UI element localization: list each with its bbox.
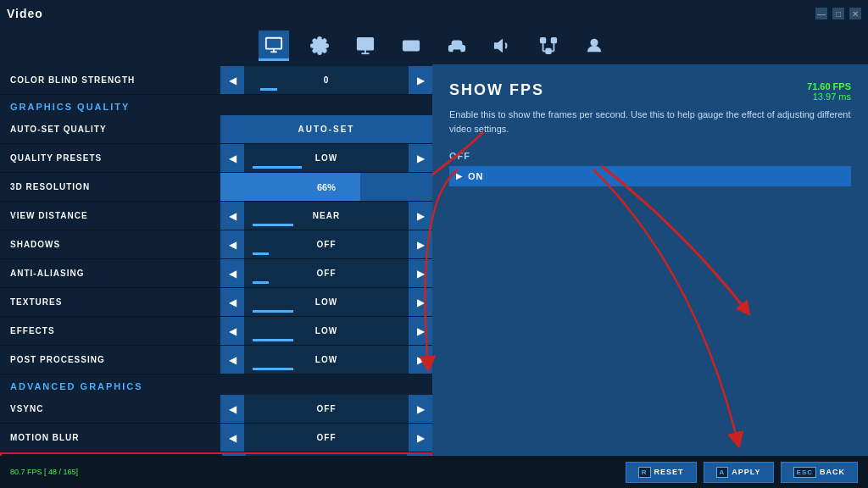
fps-ms: 13.97 ms [807, 92, 851, 102]
option-arrow-icon: ▶ [456, 172, 463, 180]
setting-label-quality: QUALITY PRESETS [0, 153, 220, 163]
setting-control-viewdist: ◀ NEAR ▶ [220, 202, 432, 230]
option-on[interactable]: ▶ ON [449, 166, 851, 186]
setting-control-effects: ◀ LOW ▶ [220, 317, 432, 345]
setting-label-autoset: AUTO-SET QUALITY [0, 125, 220, 134]
setting-label-aa: ANTI-ALIASING [0, 269, 220, 278]
setting-label-viewdist: VIEW DISTANCE [0, 211, 220, 220]
setting-label-colorblind: COLOR BLIND STRENGTH [0, 75, 220, 85]
arrow-right-colorblind[interactable]: ▶ [409, 66, 432, 94]
arrow-left-effects[interactable]: ◀ [220, 317, 244, 345]
arrow-right-shadows[interactable]: ▶ [409, 230, 432, 258]
svg-point-17 [458, 45, 459, 47]
value-effects: LOW [244, 317, 409, 345]
setting-row-quality: QUALITY PRESETS ◀ LOW ▶ [0, 144, 432, 173]
setting-label-postprocess: POST PROCESSING [0, 355, 220, 364]
nav-account[interactable] [579, 30, 609, 61]
arrow-right-quality[interactable]: ▶ [409, 144, 432, 172]
right-panel: 71.60 FPS 13.97 ms SHOW FPS Enable this … [432, 64, 868, 456]
setting-row-viewdist: VIEW DISTANCE ◀ NEAR ▶ [0, 202, 432, 230]
nav-keyboard[interactable] [396, 30, 426, 61]
setting-label-vsync: VSYNC [0, 404, 220, 413]
value-motionblur: OFF [244, 424, 409, 452]
setting-control-aa: ◀ OFF ▶ [220, 259, 432, 287]
setting-control-quality: ◀ LOW ▶ [220, 144, 432, 172]
arrow-right-effects[interactable]: ▶ [409, 317, 432, 345]
apply-button[interactable]: A APPLY [704, 462, 774, 483]
setting-row-motionblur: MOTION BLUR ◀ OFF ▶ [0, 424, 432, 452]
svg-marker-18 [495, 41, 502, 52]
option-off[interactable]: OFF [449, 149, 851, 163]
setting-row-textures: TEXTURES ◀ LOW ▶ [0, 288, 432, 317]
reset-button[interactable]: R RESET [626, 462, 697, 483]
arrow-left-aa[interactable]: ◀ [220, 259, 244, 287]
setting-row-effects: EFFECTS ◀ LOW ▶ [0, 317, 432, 346]
arrow-left-viewdist[interactable]: ◀ [220, 202, 244, 230]
setting-control-postprocess: ◀ LOW ▶ [220, 346, 432, 374]
back-button[interactable]: ESC BACK [781, 462, 858, 483]
fps-counter: 71.60 FPS 13.97 ms [807, 81, 851, 102]
setting-label-effects: EFFECTS [0, 326, 220, 336]
arrow-left-quality[interactable]: ◀ [220, 144, 244, 172]
reset-label: RESET [654, 468, 684, 476]
apply-key: A [716, 467, 729, 478]
reset-key: R [638, 467, 651, 478]
setting-row-shadows: SHADOWS ◀ OFF ▶ [0, 230, 432, 259]
setting-control-motionblur: ◀ OFF ▶ [220, 424, 432, 452]
arrow-right-vsync[interactable]: ▶ [409, 395, 432, 423]
value-vsync: OFF [244, 395, 409, 423]
arrow-right-textures[interactable]: ▶ [409, 288, 432, 316]
setting-control-autoset: AUTO-SET [220, 115, 432, 143]
arrow-left-motionblur[interactable]: ◀ [220, 424, 244, 452]
setting-row-vsync: VSYNC ◀ OFF ▶ [0, 395, 432, 424]
nav-gear[interactable] [304, 30, 335, 61]
setting-row-postprocess: POST PROCESSING ◀ LOW ▶ [0, 346, 432, 374]
maximize-button[interactable]: □ [832, 8, 844, 19]
arrow-right-aa[interactable]: ▶ [409, 259, 432, 287]
setting-control-shadows: ◀ OFF ▶ [220, 230, 432, 258]
svg-rect-4 [358, 38, 373, 50]
bottom-bar: 80.7 FPS [ 48 / 165] R RESET A APPLY ESC… [0, 456, 868, 488]
arrow-left-textures[interactable]: ◀ [220, 288, 244, 316]
minimize-button[interactable]: — [815, 8, 827, 19]
nav-bar [0, 27, 868, 64]
close-button[interactable]: ✕ [849, 8, 861, 19]
setting-control-textures: ◀ LOW ▶ [220, 288, 432, 316]
setting-row-colorblind: COLOR BLIND STRENGTH ◀ 0 ▶ [0, 66, 432, 95]
arrow-right-viewdist[interactable]: ▶ [409, 202, 432, 230]
title-bar: Video — □ ✕ [0, 0, 868, 27]
arrow-left-vsync[interactable]: ◀ [220, 395, 244, 423]
svg-rect-0 [266, 37, 281, 48]
value-viewdist: NEAR [244, 202, 409, 230]
option-off-label: OFF [449, 151, 470, 161]
section-header-advanced: ADVANCED GRAPHICS [0, 374, 432, 395]
setting-label-shadows: SHADOWS [0, 240, 220, 249]
value-quality: LOW [244, 144, 409, 172]
detail-title: SHOW FPS [449, 81, 851, 99]
nav-network[interactable] [533, 30, 564, 61]
section-header-graphics: GRAPHICS QUALITY [0, 95, 432, 115]
nav-display[interactable] [350, 30, 381, 61]
nav-monitor[interactable] [259, 30, 289, 61]
apply-label: APPLY [732, 468, 760, 476]
value-textures: LOW [244, 288, 409, 316]
option-on-label: ON [468, 171, 484, 181]
setting-row-3dres: 3D RESOLUTION 66% [0, 173, 432, 202]
nav-controller[interactable] [442, 30, 472, 61]
value-aa: OFF [244, 259, 409, 287]
value-colorblind: 0 [244, 66, 409, 94]
nav-audio[interactable] [487, 30, 518, 61]
setting-label-motionblur: MOTION BLUR [0, 433, 220, 442]
arrow-left-shadows[interactable]: ◀ [220, 230, 244, 258]
arrow-left-colorblind[interactable]: ◀ [220, 66, 244, 94]
window-controls: — □ ✕ [815, 8, 861, 19]
arrow-right-postprocess[interactable]: ▶ [409, 346, 432, 374]
main-content: COLOR BLIND STRENGTH ◀ 0 ▶ GRAPHICS QUAL… [0, 64, 868, 456]
setting-control-vsync: ◀ OFF ▶ [220, 395, 432, 423]
left-panel: COLOR BLIND STRENGTH ◀ 0 ▶ GRAPHICS QUAL… [0, 64, 432, 456]
auto-set-button[interactable]: AUTO-SET [220, 115, 432, 143]
setting-label-textures: TEXTURES [0, 297, 220, 307]
arrow-right-motionblur[interactable]: ▶ [409, 424, 432, 452]
setting-control-colorblind: ◀ 0 ▶ [220, 66, 432, 94]
arrow-left-postprocess[interactable]: ◀ [220, 346, 244, 374]
